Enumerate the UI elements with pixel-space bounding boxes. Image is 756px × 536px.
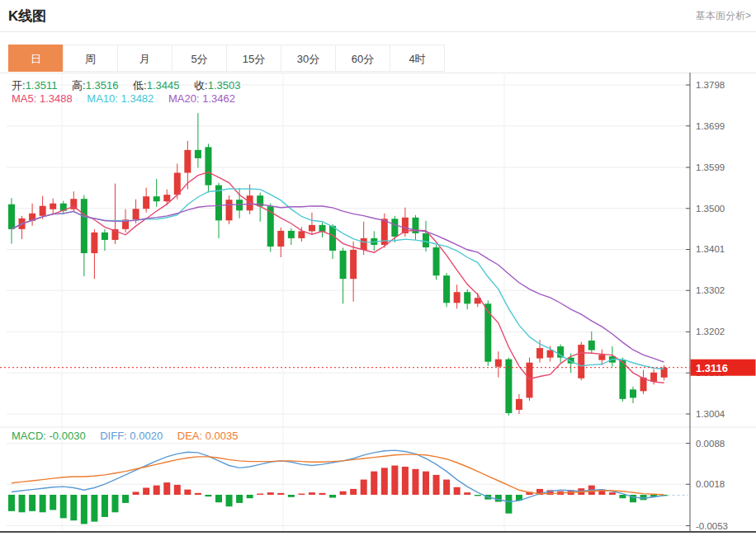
ma10-label: MA10: [87, 92, 118, 105]
macd-value: -0.0030 [50, 430, 86, 442]
svg-text:1.3202: 1.3202 [696, 327, 725, 336]
dea-value: 0.0035 [206, 430, 239, 442]
close-value: 1.3503 [208, 79, 241, 92]
grid-layer [0, 73, 756, 530]
ma5-line [12, 172, 664, 383]
axis-layer: 1.37981.36991.35991.35001.34011.33021.32… [686, 73, 728, 532]
dea-label: DEA: [177, 430, 202, 442]
tab-week[interactable]: 周 [63, 45, 118, 72]
ma5-value: 1.3488 [40, 92, 73, 105]
kline-chart-svg[interactable]: 1.37981.36991.35991.35001.34011.33021.32… [0, 73, 756, 536]
ma10-line [12, 189, 664, 369]
fundamental-analysis-link[interactable]: 基本面分析> [696, 9, 751, 23]
kline-page: K线图 基本面分析> 日 周 月 5分 15分 30分 60分 4时 1.379… [0, 0, 756, 536]
svg-text:1.3302: 1.3302 [696, 285, 725, 295]
tab-60min[interactable]: 60分 [335, 45, 390, 72]
candles-layer [8, 113, 668, 416]
macd-lines-layer [12, 450, 664, 501]
ma20-line [12, 205, 664, 363]
ma20-label: MA20: [168, 92, 200, 105]
svg-text:1.3116: 1.3116 [696, 362, 728, 374]
diff-label: DIFF: [100, 430, 127, 442]
diff-line [12, 450, 664, 501]
low-value: 1.3445 [147, 79, 180, 92]
svg-text:1.3004: 1.3004 [696, 409, 725, 419]
svg-text:1.3699: 1.3699 [696, 121, 725, 131]
svg-text:1.3500: 1.3500 [696, 204, 725, 214]
interval-tabs: 日 周 月 5分 15分 30分 60分 4时 [8, 45, 445, 73]
svg-text:-0.0053: -0.0053 [696, 521, 728, 531]
ma10-value: 1.3482 [121, 92, 154, 105]
interval-tabstrip: 日 周 月 5分 15分 30分 60分 4时 [0, 45, 756, 73]
svg-text:1.3401: 1.3401 [696, 244, 725, 254]
macd-label: MACD: [12, 430, 46, 442]
ma5-label: MA5: [12, 92, 36, 105]
ma-info-bar: MA5: 1.3488 MA10: 1.3482 MA20: 1.3462 [12, 92, 247, 105]
close-label: 收: [194, 79, 208, 92]
ma20-value: 1.3462 [202, 92, 235, 105]
tab-15min[interactable]: 15分 [226, 45, 281, 72]
svg-text:1.3798: 1.3798 [696, 80, 725, 90]
header-divider [0, 31, 756, 32]
tab-day[interactable]: 日 [8, 45, 64, 72]
low-label: 低: [133, 79, 147, 92]
high-label: 高: [72, 79, 86, 92]
diff-value: 0.0020 [130, 430, 163, 442]
macd-info-bar: MACD: -0.0030 DIFF: 0.0020 DEA: 0.0035 [12, 430, 249, 442]
svg-text:0.0088: 0.0088 [696, 439, 725, 449]
ohlc-info-bar: 开:1.3511 高:1.3516 低:1.3445 收:1.3503 [12, 78, 252, 93]
current-price-tag: 1.3116 [691, 360, 756, 376]
svg-text:0.0018: 0.0018 [696, 479, 725, 489]
page-title: K线图 [8, 7, 46, 26]
high-value: 1.3516 [86, 79, 119, 92]
svg-text:1.3599: 1.3599 [696, 162, 725, 172]
tab-5min[interactable]: 5分 [172, 45, 227, 72]
dea-line [12, 454, 664, 495]
tab-4hour[interactable]: 4时 [390, 45, 445, 72]
open-value: 1.3511 [26, 79, 58, 92]
tab-30min[interactable]: 30分 [281, 45, 336, 72]
ma-lines-layer [12, 172, 664, 383]
open-label: 开: [12, 79, 26, 92]
tab-month[interactable]: 月 [117, 45, 172, 72]
